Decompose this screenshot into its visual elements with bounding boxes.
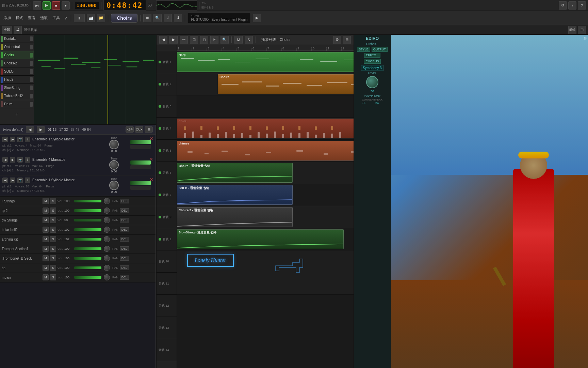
playlist-fwd-icon[interactable]: ▶ [169, 36, 178, 44]
inst-pan-slider-2[interactable] [130, 165, 151, 169]
pan-knob[interactable] [104, 265, 110, 271]
vol-bar[interactable] [74, 276, 101, 279]
channel-tubulat[interactable]: TubulatBell2 [0, 92, 34, 100]
rack-solo[interactable]: S [50, 274, 56, 280]
all-icon[interactable]: 全部 [2, 26, 12, 34]
choirs-button[interactable]: Choirs [111, 14, 137, 22]
clip-drum[interactable]: drum [177, 119, 354, 138]
inst-cam-2[interactable]: 📷 [17, 157, 23, 163]
chorus-btn[interactable]: CHORUS [364, 59, 380, 64]
rack-solo[interactable]: S [50, 255, 56, 261]
playlist-back-icon[interactable]: ◀ [159, 36, 167, 44]
channel-drum[interactable]: Drum [0, 100, 34, 108]
range-49-64[interactable]: 49-64 [82, 128, 91, 132]
clip-slowstring-bus[interactable]: SlowString - 通道音量 包络 [177, 229, 344, 249]
output-btn[interactable]: OUTPUT [372, 47, 388, 52]
pan-knob[interactable] [104, 198, 110, 204]
inst-next-1[interactable]: ▶ [10, 137, 15, 142]
inst-close-3[interactable]: ✕ [149, 177, 153, 182]
pan-knob[interactable] [104, 255, 110, 261]
clip-solo-bus[interactable]: SOLO - 通道音量 包络 [177, 185, 293, 205]
playlist-expand-icon[interactable]: ⊞ [343, 36, 351, 44]
help-icon[interactable]: ? [578, 1, 586, 10]
playlist-select-icon[interactable]: ⊡ [190, 36, 198, 44]
channel-choirs[interactable]: Choirs [0, 51, 34, 59]
inst-vol-slider-3[interactable] [130, 181, 151, 185]
pan-knob[interactable] [104, 208, 110, 214]
browser-icon[interactable]: 📁 [97, 14, 105, 22]
inst-tune-knob-1[interactable] [109, 140, 119, 149]
channel-mute[interactable] [30, 69, 33, 74]
pan-knob[interactable] [104, 217, 110, 223]
rack-mute[interactable]: M [43, 217, 49, 223]
rack-del-btn[interactable]: DEL [120, 199, 129, 203]
snap-icon[interactable]: ⊞ [143, 14, 151, 22]
rack-solo[interactable]: S [50, 198, 56, 204]
arrow-icon[interactable]: ▶ [253, 14, 261, 22]
playlist-pencil-icon[interactable]: ✏ [180, 36, 188, 44]
menu-add[interactable]: 添加 [2, 15, 12, 21]
play-icon[interactable]: ▶ [43, 1, 51, 10]
rack-solo[interactable]: S [50, 227, 56, 233]
metronome-icon[interactable]: ♩ [164, 14, 172, 22]
rack-mute[interactable]: M [43, 274, 49, 280]
ksp-btn[interactable]: KSP [126, 126, 134, 133]
menu-options[interactable]: 选项 [39, 15, 49, 21]
channel-kontakt[interactable]: Kontakt [0, 35, 34, 43]
menu-tools[interactable]: 工具 [51, 15, 61, 21]
inst-cam-1[interactable]: 📷 [17, 137, 23, 142]
add-channel-button[interactable]: + [14, 110, 20, 119]
prev-range[interactable]: ◀ [26, 126, 34, 133]
channel-mute[interactable] [30, 94, 33, 98]
channel-slowstring[interactable]: SlowString [0, 84, 34, 92]
pan-knob[interactable] [104, 227, 110, 233]
rack-solo[interactable]: S [50, 265, 56, 271]
rack-mute[interactable]: M [43, 265, 49, 271]
clip-choirs[interactable]: Choirs [218, 74, 354, 94]
routing-icon[interactable]: ⇄ [14, 26, 22, 34]
record-icon[interactable]: ● [62, 1, 70, 10]
rack-mute[interactable]: M [43, 208, 49, 214]
rack-del-btn[interactable]: DEL [120, 246, 129, 251]
rack-solo[interactable]: S [50, 246, 56, 252]
rack-del-btn[interactable]: DEL [120, 218, 129, 223]
inst-prev-2[interactable]: ◀ [2, 157, 8, 163]
channel-mute[interactable] [30, 77, 33, 82]
inst-vol-slider-1[interactable] [130, 140, 151, 144]
inst-tune-knob-2[interactable] [109, 160, 119, 170]
rack-del-btn[interactable]: DEL [120, 256, 129, 261]
inst-info-3[interactable]: ℹ [25, 178, 30, 183]
mixer-icon[interactable]: 🎚 [74, 14, 85, 22]
channel-mute[interactable] [30, 61, 33, 66]
pan-knob[interactable] [104, 236, 110, 242]
vol-bar[interactable] [74, 247, 101, 250]
rack-del-btn[interactable]: DEL [120, 275, 129, 280]
range-01-16[interactable]: 01-16 [48, 128, 56, 132]
menu-help[interactable]: ? [63, 15, 68, 21]
inst-vol-slider-2[interactable] [130, 160, 151, 165]
channel-mute[interactable] [30, 86, 33, 90]
inst-close-1[interactable]: ✕ [149, 136, 153, 141]
channel-solo[interactable]: SOLO [0, 67, 34, 76]
expand-icon[interactable]: ⊞ [145, 126, 153, 133]
level-knob[interactable] [366, 76, 378, 88]
rack-solo[interactable]: S [50, 217, 56, 223]
menu-style[interactable]: 样式 [14, 15, 24, 21]
effects-btn[interactable]: EFFEC... [364, 53, 380, 58]
next-range[interactable]: ▶ [37, 126, 45, 133]
clip-chimes[interactable]: chimes [177, 141, 354, 160]
channel-harp2[interactable]: Harp2 [0, 76, 34, 84]
channel-mute[interactable] [30, 45, 33, 49]
channel-mute[interactable] [30, 53, 33, 58]
midi-icon[interactable]: ♪ [568, 1, 576, 10]
rack-mute[interactable]: M [43, 227, 49, 233]
menu-view[interactable]: 查看 [27, 15, 37, 21]
vol-bar[interactable] [74, 200, 101, 202]
download-icon[interactable]: ⬇ [174, 14, 182, 22]
rewind-icon[interactable]: ⏮ [33, 1, 41, 10]
playlist-mute-icon[interactable]: M [234, 36, 243, 44]
vol-bar[interactable] [74, 266, 101, 269]
playlist-erase-icon[interactable]: ◻ [200, 36, 208, 44]
qux-btn[interactable]: QUX [135, 126, 143, 133]
rack-del-btn[interactable]: DEL [120, 237, 129, 242]
